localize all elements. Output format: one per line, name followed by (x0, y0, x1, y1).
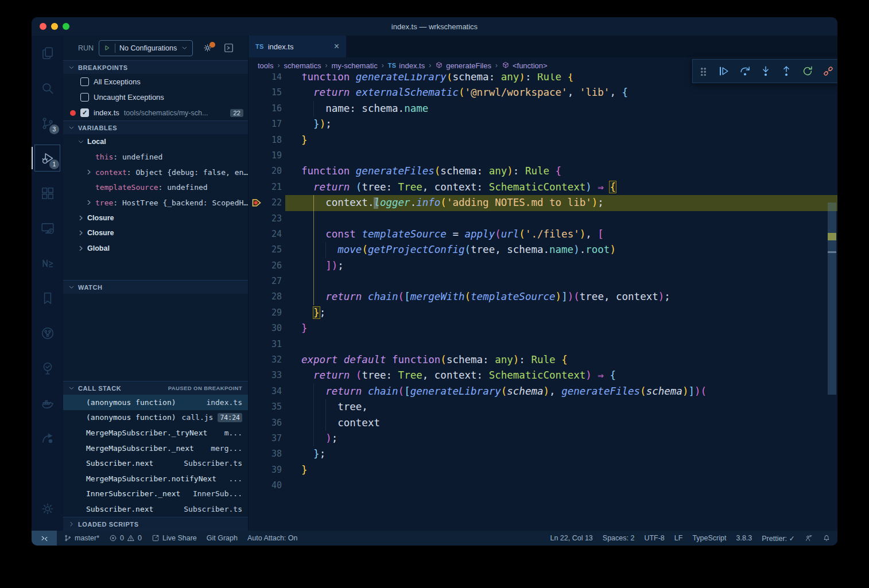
code-line-36[interactable]: 36 context (249, 415, 837, 431)
status-item-eol[interactable]: LF (674, 534, 683, 542)
code-line-33[interactable]: 33 return (tree: Tree, context: Schemati… (249, 368, 837, 383)
step-out-button[interactable] (779, 64, 794, 79)
variables-scope-closure[interactable]: Closure (63, 225, 248, 241)
line-number[interactable]: 38 (249, 446, 282, 462)
activity-item-nx-console[interactable] (32, 246, 63, 281)
activity-item-explorer[interactable] (32, 36, 63, 71)
status-item-git-graph[interactable]: Git Graph (207, 534, 238, 542)
status-item-prettier[interactable]: Prettier: ✓ (762, 534, 795, 543)
line-number[interactable]: 23 (249, 211, 282, 227)
line-number[interactable]: 29 (249, 305, 282, 321)
step-into-button[interactable] (758, 64, 773, 79)
code-line-32[interactable]: 32export default function(schema: any): … (249, 352, 837, 368)
watch-section-header[interactable]: WATCH (63, 280, 248, 294)
line-number[interactable]: 22 (249, 195, 282, 211)
close-window-button[interactable] (40, 23, 46, 30)
line-number[interactable]: 32 (249, 352, 282, 368)
breakpoint-checkbox[interactable]: ✓ (80, 108, 89, 117)
variables-scope-global[interactable]: Global (63, 241, 248, 256)
line-number[interactable]: 37 (249, 431, 282, 446)
continue-button[interactable] (716, 64, 731, 79)
activity-item-extensions[interactable] (32, 176, 63, 211)
restart-button[interactable] (800, 64, 815, 79)
code-line-25[interactable]: 25 move(getProjectConfig(tree, schema.na… (249, 242, 837, 258)
tab-index-ts[interactable]: TS index.ts × (249, 36, 346, 57)
editor-scrollbar[interactable] (828, 203, 836, 395)
variable-row-this[interactable]: this: undefined (63, 150, 248, 165)
code-line-38[interactable]: 38 }; (249, 446, 837, 462)
status-item-cursor-position[interactable]: Ln 22, Col 13 (550, 534, 592, 542)
line-number[interactable]: 39 (249, 462, 282, 478)
code-line-26[interactable]: 26 ]); (249, 258, 837, 274)
code-line-24[interactable]: 24 const templateSource = apply(url('./f… (249, 227, 837, 242)
line-number[interactable]: 18 (249, 133, 282, 148)
close-tab-icon[interactable]: × (334, 42, 339, 51)
minimize-window-button[interactable] (51, 23, 58, 30)
step-over-button[interactable] (738, 64, 752, 79)
debug-toolbar-drag-handle[interactable] (696, 64, 711, 79)
code-line-27[interactable]: 27 (249, 274, 837, 289)
variables-section-header[interactable]: VARIABLES (63, 120, 248, 134)
line-number[interactable]: 34 (249, 384, 282, 399)
activity-item-source-control[interactable]: 3 (32, 106, 63, 141)
remote-indicator[interactable] (32, 531, 57, 546)
code-line-19[interactable]: 19 (249, 148, 837, 163)
activity-item-bookmarks[interactable] (32, 281, 63, 316)
configure-gear-button[interactable] (203, 43, 212, 53)
line-number[interactable]: 30 (249, 321, 282, 336)
activity-item-settings[interactable] (32, 491, 63, 526)
variables-scope-closure[interactable]: Closure (63, 211, 248, 226)
call-stack-frame[interactable]: Subscriber.nextSubscriber.ts (63, 501, 248, 517)
call-stack-frame[interactable]: InnerSubscriber._nextInnerSub... (63, 486, 248, 502)
code-line-28[interactable]: 28 return chain([mergeWith(templateSourc… (249, 289, 837, 305)
activity-item-run-debug[interactable]: 1 (32, 141, 63, 176)
code-line-37[interactable]: 37 ); (249, 431, 837, 446)
breadcrumb-item[interactable]: <function> (502, 61, 548, 70)
line-number[interactable]: 16 (249, 101, 282, 116)
launch-configuration-dropdown[interactable]: No Configurations (99, 40, 193, 56)
code-line-39[interactable]: 39} (249, 462, 837, 478)
status-item-auto-attach[interactable]: Auto Attach: On (247, 534, 298, 542)
code-line-20[interactable]: 20function generateFiles(schema: any): R… (249, 163, 837, 179)
variable-row-tree[interactable]: tree: HostTree {_backend: ScopedH… (63, 195, 248, 211)
disconnect-button[interactable] (821, 64, 836, 79)
line-number[interactable]: 26 (249, 258, 282, 274)
status-item-branch[interactable]: master* (64, 534, 99, 542)
status-item-language[interactable]: TypeScript (692, 534, 726, 542)
line-number[interactable]: 15 (249, 85, 282, 100)
line-number[interactable]: 40 (249, 478, 282, 493)
code-line-15[interactable]: 15 return externalSchematic('@nrwl/works… (249, 85, 837, 100)
call-stack-frame[interactable]: (anonymous function)index.ts (63, 395, 248, 410)
status-item-ts-version[interactable]: 3.8.3 (736, 534, 752, 542)
code-line-18[interactable]: 18} (249, 133, 837, 148)
code-line-35[interactable]: 35 tree, (249, 399, 837, 415)
call-stack-frame[interactable]: MergeMapSubscriber._nextmerg... (63, 441, 248, 456)
code-line-17[interactable]: 17 }); (249, 116, 837, 132)
code-line-40[interactable]: 40 (249, 478, 837, 493)
line-number[interactable]: 19 (249, 148, 282, 163)
breadcrumb-item[interactable]: schematics (284, 61, 321, 70)
status-item-feedback[interactable] (805, 534, 813, 542)
line-number[interactable]: 20 (249, 163, 282, 179)
breakpoint-row[interactable]: Uncaught Exceptions (63, 89, 248, 105)
breadcrumb-item[interactable]: tools (258, 61, 273, 70)
breakpoint-checkbox[interactable] (80, 77, 89, 86)
code-line-16[interactable]: 16 name: schema.name (249, 101, 837, 116)
breadcrumb-item[interactable]: generateFiles (435, 61, 491, 70)
line-number[interactable]: 28 (249, 289, 282, 305)
call-stack-frame[interactable]: (anonymous function)call.js74:24 (63, 410, 248, 426)
line-number[interactable]: 31 (249, 337, 282, 352)
code-line-30[interactable]: 30} (249, 321, 837, 336)
activity-item-remote-explorer[interactable] (32, 211, 63, 246)
code-line-23[interactable]: 23 (249, 211, 837, 227)
code-editor[interactable]: 14function generateLibrary(schema: any):… (249, 73, 837, 531)
line-number[interactable]: 14 (249, 73, 282, 85)
line-number[interactable]: 33 (249, 368, 282, 383)
breakpoint-row[interactable]: ✓index.tstools/schematics/my-sch...22 (63, 105, 248, 120)
code-line-31[interactable]: 31 (249, 337, 837, 352)
call-stack-section-header[interactable]: CALL STACK PAUSED ON BREAKPOINT (63, 381, 248, 395)
call-stack-frame[interactable]: MergeMapSubscriber._tryNextm... (63, 425, 248, 441)
line-number[interactable]: 35 (249, 399, 282, 415)
variable-row-context[interactable]: context: Object {debug: false, en… (63, 165, 248, 180)
line-number[interactable]: 17 (249, 116, 282, 132)
